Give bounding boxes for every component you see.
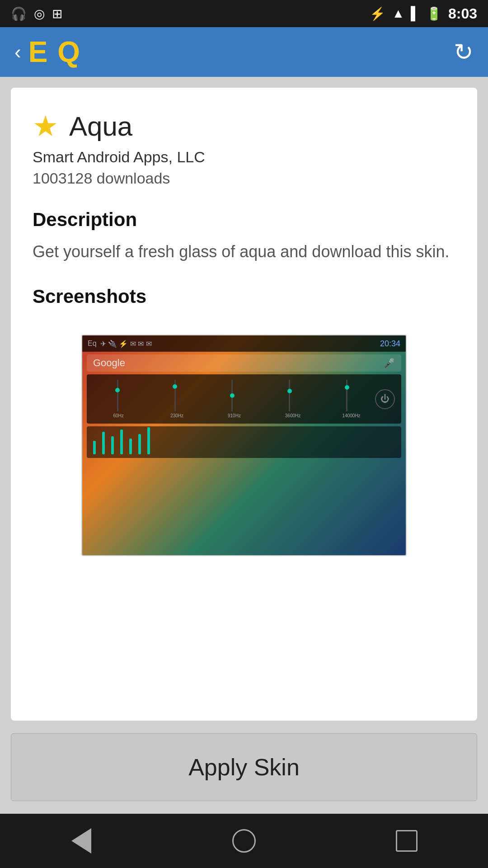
back-nav-button[interactable] [59,823,104,859]
app-icon: ⊞ [52,6,62,21]
status-icons-left: 🎧 ◎ ⊞ [11,6,62,21]
ss-mini-bar-4 [120,429,123,454]
ss-label-5: 14000Hz [343,413,352,418]
star-icon: ★ [33,109,58,143]
ss-mic-icon: 🎤 [384,358,395,368]
main-content: ★ Aqua Smart Android Apps, LLC 1003128 d… [0,77,488,721]
description-heading: Description [33,209,455,231]
ss-google-text: Google [93,357,125,369]
recents-nav-icon [396,830,418,852]
ss-label-3: 910Hz [228,413,237,418]
apply-skin-section: Apply Skin [0,721,488,814]
ss-mini-bar-2 [102,432,105,454]
skin-detail-card: ★ Aqua Smart Android Apps, LLC 1003128 d… [11,88,477,721]
ss-eq-bars: 60Hz 230Hz 910Hz 3600Hz 14000Hz [93,380,371,418]
screenshot-statusbar: Eq ✈ 🔌 ⚡ ✉ ✉ ✉ 20:34 [82,335,406,352]
screenshots-heading: Screenshots [33,286,455,307]
ss-mini-bar-5 [129,439,132,454]
ss-label-2: 230Hz [170,413,179,418]
ss-icons: ✈ 🔌 ⚡ ✉ ✉ ✉ [100,340,152,348]
ss-label-4: 3600Hz [285,413,294,418]
ss-slider-3 [231,380,233,411]
ss-slider-2 [174,380,176,411]
developer-name: Smart Android Apps, LLC [33,148,455,166]
status-icons-right: ⚡ ▲ ▌ 🔋 8:03 [370,5,477,22]
signal-icon: ▌ [411,6,420,21]
app-title: E Q [28,35,81,69]
recents-nav-button[interactable] [384,823,429,859]
ss-label-1: 60Hz [113,413,122,418]
home-nav-button[interactable] [221,823,267,859]
ss-mini-bar-7 [147,427,150,454]
app-bar: ‹ E Q ↻ [0,27,488,77]
ss-mini-bar-3 [111,436,114,454]
ss-slider-1 [117,380,118,411]
ss-slider-4 [289,380,290,411]
screenshots-section: Screenshots Eq ✈ 🔌 ⚡ ✉ ✉ ✉ 20:34 [33,286,455,556]
ss-mini-bar-6 [138,434,141,454]
status-time: 8:03 [448,5,477,22]
description-text: Get yourself a fresh glass of aqua and d… [33,240,455,264]
ss-time: 20:34 [380,339,400,349]
ss-eq-labels: 60Hz 230Hz 910Hz 3600Hz 14000Hz [93,413,371,418]
back-button[interactable]: ‹ [14,41,21,63]
nav-bar [0,814,488,868]
ss-mini-bar-1 [93,441,96,454]
eq-screenshot: Eq ✈ 🔌 ⚡ ✉ ✉ ✉ 20:34 Google 🎤 [81,335,407,556]
ss-eq-sliders [93,380,371,411]
download-count: 1003128 downloads [33,170,455,187]
status-bar: 🎧 ◎ ⊞ ⚡ ▲ ▌ 🔋 8:03 [0,0,488,27]
eq-status-icon: ◎ [34,6,45,21]
card-header: ★ Aqua [33,109,455,143]
refresh-button[interactable]: ↻ [454,38,474,66]
bluetooth-icon: ⚡ [370,6,385,21]
ss-eq-label: Eq [88,340,97,348]
ss-google-bar: Google 🎤 [87,354,401,372]
ss-slider-5 [346,380,347,411]
ss-eq-widget: 60Hz 230Hz 910Hz 3600Hz 14000Hz ⏻ [87,374,401,424]
ss-eq-widget2 [87,426,401,458]
ss-icons-left: Eq ✈ 🔌 ⚡ ✉ ✉ ✉ [88,340,152,348]
battery-icon: 🔋 [426,6,442,21]
ss-power-btn: ⏻ [375,389,395,409]
wifi-icon: ▲ [392,6,404,21]
app-bar-left: ‹ E Q [14,35,81,69]
home-nav-icon [232,829,256,853]
skin-title: Aqua [69,111,132,142]
screenshot-container: Eq ✈ 🔌 ⚡ ✉ ✉ ✉ 20:34 Google 🎤 [33,335,455,556]
apply-skin-button[interactable]: Apply Skin [11,733,477,801]
headphones-icon: 🎧 [11,6,27,21]
back-nav-icon [71,828,91,854]
